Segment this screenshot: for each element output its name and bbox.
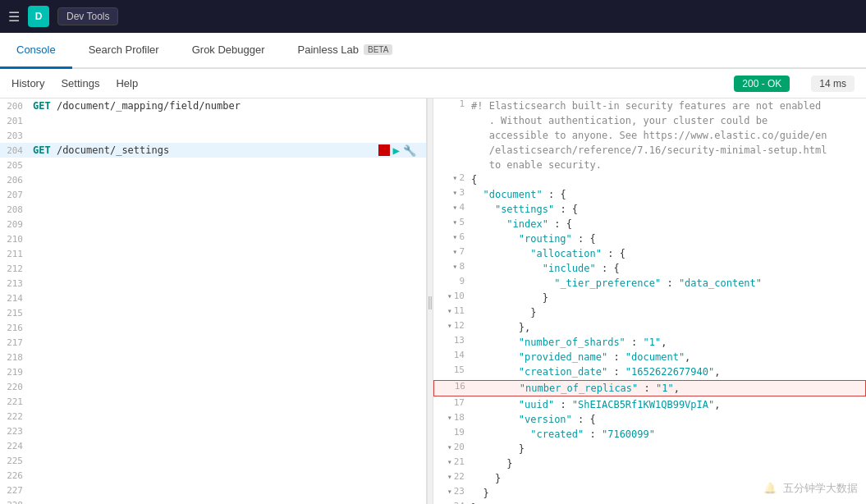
editor-line-216: 216 [0, 320, 426, 335]
watermark: 🔔 五分钟学大数据 [763, 481, 858, 496]
editor-line-208: 208 [0, 202, 426, 217]
output-line-6: ▾6 "routing" : { [433, 231, 866, 246]
output-line-19: 19 "created" : "7160099" [433, 427, 866, 442]
help-button[interactable]: Help [116, 77, 138, 89]
sub-toolbar: History Settings Help 200 - OK 14 ms [0, 69, 866, 99]
nav-tabs: Console Search Profiler Grok Debugger Pa… [0, 33, 866, 69]
editor-line-211: 211 [0, 246, 426, 261]
output-line-10: ▾10 } [433, 291, 866, 305]
editor-line-201: 201 [0, 113, 426, 128]
editor-line-222: 222 [0, 409, 426, 424]
editor-line-228: 228 [0, 497, 426, 504]
editor-line-227: 227 [0, 483, 426, 497]
settings-button[interactable]: Settings [61, 77, 99, 89]
top-bar: ☰ D Dev Tools [0, 0, 866, 33]
output-line-1b: . Without authentication, your cluster c… [433, 113, 866, 128]
editor-line-214: 214 [0, 291, 426, 305]
output-line-2: ▾2 { [433, 172, 866, 187]
editor-line-223: 223 [0, 424, 426, 438]
output-line-18: ▾18 "version" : { [433, 412, 866, 427]
status-badge: 200 - OK [734, 76, 790, 92]
output-line-7: ▾7 "allocation" : { [433, 246, 866, 261]
editor-line-218: 218 [0, 350, 426, 364]
output-line-20: ▾20 } [433, 442, 866, 456]
output-line-12: ▾12 }, [433, 320, 866, 335]
history-button[interactable]: History [11, 77, 44, 89]
time-badge: 14 ms [811, 76, 855, 92]
editor-line-205: 205 [0, 158, 426, 172]
output-line-17: 17 "uuid" : "ShEIACB5Rf1KW1QB99VpIA", [433, 397, 866, 412]
editor-line-210: 210 [0, 231, 426, 246]
beta-badge: BETA [364, 44, 392, 55]
output-line-1d: /elasticsearch/reference/7.16/security-m… [433, 143, 866, 158]
output-line-14: 14 "provided_name" : "document", [433, 350, 866, 364]
editor-line-209: 209 [0, 217, 426, 231]
tab-painless-lab[interactable]: Painless Lab BETA [282, 33, 410, 69]
editor-line-219: 219 [0, 364, 426, 379]
editor-line-206: 206 [0, 172, 426, 187]
line-actions: ▶ 🔧 [378, 144, 426, 157]
output-line-15: 15 "creation_date" : "1652622677940", [433, 364, 866, 379]
editor-line-213: 213 [0, 276, 426, 291]
editor-panel[interactable]: 200 GET /document/_mapping/field/number … [0, 99, 427, 504]
output-line-9: 9 "_tier_preference" : "data_content" [433, 276, 866, 291]
tab-grok-debugger[interactable]: Grok Debugger [176, 33, 282, 69]
error-icon [378, 144, 390, 156]
editor-line-225: 225 [0, 453, 426, 468]
editor-line-200: 200 GET /document/_mapping/field/number [0, 99, 426, 113]
editor-line-217: 217 [0, 335, 426, 350]
tab-search-profiler[interactable]: Search Profiler [72, 33, 176, 69]
output-line-16: 16 "number_of_replicas" : "1", [433, 380, 866, 396]
run-button[interactable]: ▶ [393, 144, 400, 157]
editor-line-215: 215 [0, 305, 426, 320]
editor-line-224: 224 [0, 438, 426, 453]
menu-icon[interactable]: ☰ [8, 9, 20, 25]
output-line-13: 13 "number_of_shards" : "1", [433, 335, 866, 350]
output-line-5: ▾5 "index" : { [433, 217, 866, 231]
output-line-1c: accessible to anyone. See https://www.el… [433, 128, 866, 143]
output-line-8: ▾8 "include" : { [433, 261, 866, 276]
output-line-4: ▾4 "settings" : { [433, 202, 866, 217]
tab-console[interactable]: Console [0, 33, 72, 69]
output-line-11: ▾11 } [433, 305, 866, 320]
output-line-21: ▾21 } [433, 456, 866, 471]
output-line-1e: to enable security. [433, 158, 866, 172]
main-content: 200 GET /document/_mapping/field/number … [0, 99, 866, 504]
app-title[interactable]: Dev Tools [57, 7, 118, 25]
wrench-icon[interactable]: 🔧 [403, 144, 416, 157]
output-line-3: ▾3 "document" : { [433, 187, 866, 202]
editor-line-207: 207 [0, 187, 426, 202]
editor-line-204: 204 GET /document/_settings ▶ 🔧 [0, 143, 426, 158]
editor-line-226: 226 [0, 468, 426, 483]
output-panel: 1 #! Elasticsearch built-in security fea… [433, 99, 866, 504]
editor-line-220: 220 [0, 379, 426, 394]
editor-line-212: 212 [0, 261, 426, 276]
avatar[interactable]: D [28, 6, 49, 27]
output-line-24: ▾24 } [433, 501, 866, 504]
editor-line-203: 203 [0, 128, 426, 143]
editor-line-221: 221 [0, 394, 426, 409]
panel-divider[interactable]: ‖ [427, 99, 433, 504]
output-line-1: 1 #! Elasticsearch built-in security fea… [433, 99, 866, 113]
